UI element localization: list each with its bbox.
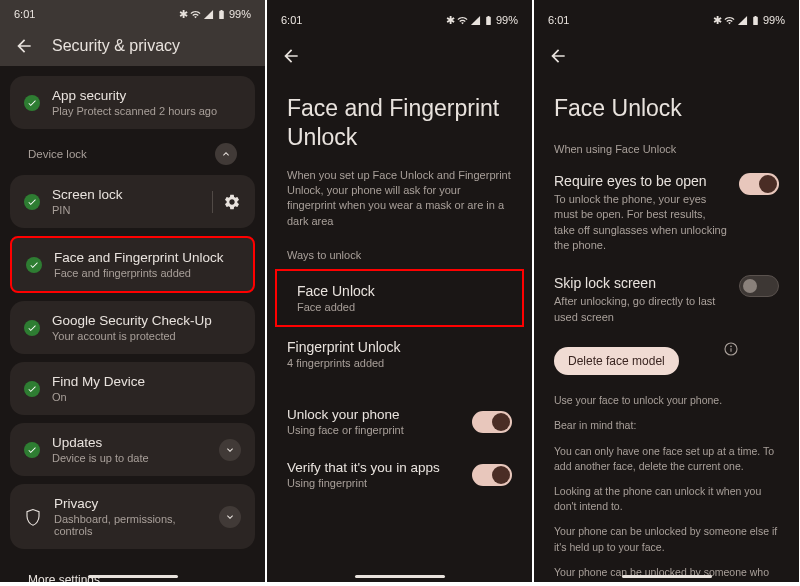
info-icon: [723, 341, 739, 357]
item-face-fingerprint[interactable]: Face and Fingerprint Unlock Face and fin…: [10, 236, 255, 293]
chevron-down-icon: [224, 511, 236, 523]
item-title: Google Security Check-Up: [52, 313, 241, 328]
toggle-skip-lock[interactable]: [739, 275, 779, 297]
check-icon: [24, 381, 40, 397]
wifi-icon: [457, 15, 468, 26]
item-sub: After unlocking, go directly to last use…: [554, 294, 727, 325]
status-bar: 6:01 ✱ 99%: [281, 8, 518, 32]
item-verify-in-apps[interactable]: Verify that it's you in apps Using finge…: [267, 448, 532, 501]
item-title: Find My Device: [52, 374, 241, 389]
item-updates[interactable]: Updates Device is up to date: [10, 423, 255, 476]
item-title: Fingerprint Unlock: [287, 339, 512, 355]
delete-face-model-button[interactable]: Delete face model: [554, 347, 679, 375]
signal-icon: [203, 9, 214, 20]
item-find-my-device[interactable]: Find My Device On: [10, 362, 255, 415]
status-time: 6:01: [14, 8, 35, 20]
item-title: Updates: [52, 435, 207, 450]
battery-percent: 99%: [496, 14, 518, 26]
item-face-unlock[interactable]: Face Unlock Face added: [275, 269, 524, 327]
check-icon: [24, 320, 40, 336]
info-p4: Looking at the phone can unlock it when …: [554, 484, 779, 514]
status-icons: ✱ 99%: [179, 8, 251, 21]
item-skip-lock-screen[interactable]: Skip lock screen After unlocking, go dir…: [534, 265, 799, 337]
page-title: Face Unlock: [534, 70, 799, 139]
item-sub: Play Protect scanned 2 hours ago: [52, 105, 241, 117]
check-icon: [24, 442, 40, 458]
nav-bar[interactable]: [355, 575, 445, 578]
bluetooth-icon: ✱: [446, 14, 455, 27]
signal-icon: [737, 15, 748, 26]
status-time: 6:01: [281, 14, 302, 26]
item-fingerprint-unlock[interactable]: Fingerprint Unlock 4 fingerprints added: [267, 327, 532, 381]
item-unlock-your-phone[interactable]: Unlock your phone Using face or fingerpr…: [267, 395, 532, 448]
section-when-using: When using Face Unlock: [534, 139, 799, 163]
battery-icon: [483, 15, 494, 26]
info-p5: Your phone can be unlocked by someone el…: [554, 524, 779, 554]
item-title: Verify that it's you in apps: [287, 460, 440, 475]
signal-icon: [470, 15, 481, 26]
more-settings-link[interactable]: More settings: [10, 557, 255, 582]
expand-button[interactable]: [219, 439, 241, 461]
nav-bar[interactable]: [88, 575, 178, 578]
item-title: Skip lock screen: [554, 275, 727, 291]
section-label: Device lock: [28, 148, 87, 160]
status-bar: 6:01 ✱ 99%: [14, 0, 251, 24]
back-button[interactable]: [548, 46, 568, 66]
shield-icon: [24, 508, 42, 526]
item-sub: To unlock the phone, your eyes must be o…: [554, 192, 727, 254]
battery-percent: 99%: [229, 8, 251, 20]
header: 6:01 ✱ 99% Security & privacy: [0, 0, 265, 66]
toggle-verify-apps[interactable]: [472, 464, 512, 486]
info-p3: You can only have one face set up at a t…: [554, 444, 779, 474]
header: 6:01 ✱ 99%: [534, 0, 799, 70]
expand-button[interactable]: [219, 506, 241, 528]
item-require-eyes-open[interactable]: Require eyes to be open To unlock the ph…: [534, 163, 799, 266]
item-sub: On: [52, 391, 241, 403]
title-row: Security & privacy: [14, 36, 251, 56]
status-icons: ✱ 99%: [713, 14, 785, 27]
status-icons: ✱ 99%: [446, 14, 518, 27]
item-screen-lock[interactable]: Screen lock PIN: [10, 175, 255, 228]
check-icon: [24, 194, 40, 210]
bluetooth-icon: ✱: [179, 8, 188, 21]
item-sub: PIN: [52, 204, 200, 216]
item-privacy[interactable]: Privacy Dashboard, permissions, controls: [10, 484, 255, 549]
info-p2: Bear in mind that:: [554, 418, 779, 433]
item-title: Face and Fingerprint Unlock: [54, 250, 239, 265]
item-sub: Using fingerprint: [287, 477, 440, 489]
chevron-up-icon: [220, 148, 232, 160]
info-p6: Your phone can be unlocked by someone wh…: [554, 565, 779, 582]
settings-list: App security Play Protect scanned 2 hour…: [0, 66, 265, 582]
gear-icon[interactable]: [223, 193, 241, 211]
back-button[interactable]: [14, 36, 34, 56]
status-time: 6:01: [548, 14, 569, 26]
collapse-button[interactable]: [215, 143, 237, 165]
wifi-icon: [724, 15, 735, 26]
section-header-device-lock[interactable]: Device lock: [10, 137, 255, 175]
item-sub: Face and fingerprints added: [54, 267, 239, 279]
item-title: Privacy: [54, 496, 207, 511]
item-google-security-checkup[interactable]: Google Security Check-Up Your account is…: [10, 301, 255, 354]
wifi-icon: [190, 9, 201, 20]
battery-icon: [750, 15, 761, 26]
item-title: Face Unlock: [297, 283, 502, 299]
page-title: Security & privacy: [52, 37, 180, 55]
divider: [212, 191, 213, 213]
chevron-down-icon: [224, 444, 236, 456]
nav-bar[interactable]: [622, 575, 712, 578]
item-sub: Using face or fingerprint: [287, 424, 404, 436]
item-sub: Face added: [297, 301, 502, 313]
check-icon: [24, 95, 40, 111]
info-text: Use your face to unlock your phone. Bear…: [534, 389, 799, 582]
toggle-require-eyes[interactable]: [739, 173, 779, 195]
toggle-unlock-phone[interactable]: [472, 411, 512, 433]
page-description: When you set up Face Unlock and Fingerpr…: [267, 168, 532, 230]
header: 6:01 ✱ 99%: [267, 0, 532, 70]
back-button[interactable]: [281, 46, 301, 66]
item-sub: 4 fingerprints added: [287, 357, 512, 369]
item-app-security[interactable]: App security Play Protect scanned 2 hour…: [10, 76, 255, 129]
check-icon: [26, 257, 42, 273]
section-ways-to-unlock: Ways to unlock: [267, 229, 532, 269]
item-title: Screen lock: [52, 187, 200, 202]
battery-icon: [216, 9, 227, 20]
